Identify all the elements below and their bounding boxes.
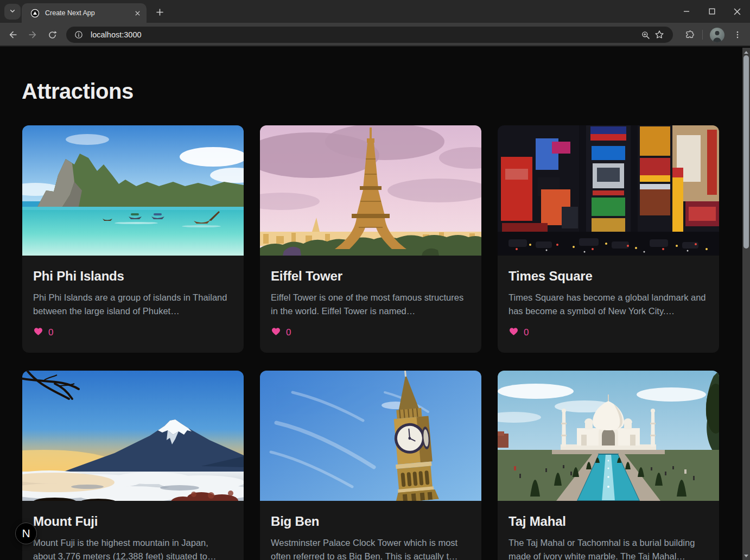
forward-button[interactable] <box>25 27 40 42</box>
taj-mahal-photo <box>498 371 719 501</box>
scrollbar-down-arrow[interactable] <box>742 552 750 559</box>
close-window-button[interactable] <box>724 0 750 23</box>
window-controls <box>673 0 750 23</box>
card-body: Taj Mahal The Taj Mahal or Tachomhal is … <box>498 501 719 560</box>
card-title: Taj Mahal <box>509 514 708 529</box>
card-title: Eiffel Tower <box>271 269 471 284</box>
like-button[interactable]: 0 <box>33 327 233 339</box>
phi-phi-islands-photo <box>22 125 244 256</box>
scrollbar-thumb[interactable] <box>743 55 749 249</box>
mount-fuji-photo <box>22 371 244 501</box>
address-bar[interactable]: localhost:3000 <box>66 27 673 43</box>
card-times-square[interactable]: Times Square Times Square has become a g… <box>498 125 719 353</box>
zoom-icon[interactable] <box>638 28 652 42</box>
site-info-icon[interactable] <box>72 28 86 42</box>
maximize-button[interactable] <box>699 0 724 23</box>
nextjs-devtools-badge[interactable]: N <box>15 523 37 544</box>
browser-window: Create Next App <box>0 0 750 560</box>
card-body: Phi Phi Islands Phi Phi Islands are a gr… <box>22 256 244 353</box>
card-phi-phi-islands[interactable]: Phi Phi Islands Phi Phi Islands are a gr… <box>22 125 244 353</box>
card-taj-mahal[interactable]: Taj Mahal The Taj Mahal or Tachomhal is … <box>498 371 719 560</box>
heart-icon <box>33 327 43 339</box>
bookmark-star-icon[interactable] <box>652 28 666 42</box>
scrollbar-track[interactable] <box>742 48 750 560</box>
like-button[interactable]: 0 <box>509 327 708 339</box>
card-eiffel-tower[interactable]: Eiffel Tower Eiffel Tower is one of the … <box>260 125 481 353</box>
scrollbar-up-arrow[interactable] <box>742 49 750 55</box>
reload-button[interactable] <box>45 27 60 42</box>
tab-close-button[interactable] <box>132 8 142 18</box>
card-body: Eiffel Tower Eiffel Tower is one of the … <box>260 256 481 353</box>
card-body: Times Square Times Square has become a g… <box>498 256 719 353</box>
heart-icon <box>509 327 519 339</box>
card-body: Big Ben Westminster Palace Clock Tower w… <box>260 501 481 560</box>
toolbar-divider <box>702 30 703 40</box>
card-body: Mount Fuji Mount Fuji is the highest mou… <box>22 501 244 560</box>
page-title: Attractions <box>0 48 742 104</box>
eiffel-tower-photo <box>260 125 481 256</box>
new-tab-button[interactable] <box>152 5 167 19</box>
like-button[interactable]: 0 <box>271 327 471 339</box>
card-description: Phi Phi Islands are a group of islands i… <box>33 291 233 318</box>
chevron-down-icon <box>8 7 17 17</box>
likes-count: 0 <box>286 327 291 338</box>
card-description: The Taj Mahal or Tachomhal is a burial b… <box>509 536 708 560</box>
card-description: Eiffel Tower is one of the most famous s… <box>271 291 471 318</box>
back-button[interactable] <box>5 27 21 42</box>
card-title: Mount Fuji <box>33 514 233 529</box>
likes-count: 0 <box>48 327 53 338</box>
tab-search-button[interactable] <box>4 4 21 20</box>
heart-icon <box>271 327 281 339</box>
card-description: Mount Fuji is the highest mountain in Ja… <box>33 536 233 560</box>
nextjs-favicon <box>30 9 40 18</box>
tab-strip: Create Next App <box>0 0 750 23</box>
tab-title: Create Next App <box>45 9 132 17</box>
browser-menu-icon[interactable] <box>730 27 745 42</box>
tab-create-next-app[interactable]: Create Next App <box>22 3 147 23</box>
card-title: Times Square <box>509 269 708 284</box>
browser-toolbar: localhost:3000 <box>0 23 750 47</box>
page-content: Attractions <box>0 48 742 560</box>
nextjs-n-logo: N <box>22 527 30 540</box>
card-big-ben[interactable]: Big Ben Westminster Palace Clock Tower w… <box>260 371 481 560</box>
times-square-photo <box>498 125 719 256</box>
likes-count: 0 <box>524 327 529 338</box>
big-ben-photo <box>260 371 481 501</box>
minimize-button[interactable] <box>673 0 699 23</box>
profile-avatar[interactable] <box>710 28 724 42</box>
card-description: Times Square has become a global landmar… <box>509 291 708 318</box>
card-mount-fuji[interactable]: Mount Fuji Mount Fuji is the highest mou… <box>22 371 244 560</box>
card-title: Big Ben <box>271 514 471 529</box>
attractions-grid: Phi Phi Islands Phi Phi Islands are a gr… <box>22 125 742 560</box>
url-text: localhost:3000 <box>91 30 142 39</box>
card-description: Westminster Palace Clock Tower which is … <box>271 536 471 560</box>
card-title: Phi Phi Islands <box>33 269 233 284</box>
extensions-icon[interactable] <box>682 27 697 42</box>
